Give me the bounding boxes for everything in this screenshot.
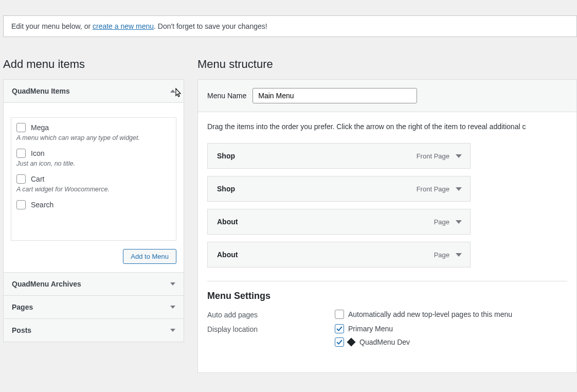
chevron-up-icon [170, 90, 175, 93]
notice-prefix: Edit your menu below, or [11, 22, 93, 30]
chevron-down-icon [170, 306, 175, 309]
add-items-heading: Add menu items [3, 58, 184, 71]
accordion: QuadMenu Items Mega A menu which can wra… [3, 79, 184, 342]
item-desc: Just an icon, no title. [16, 160, 171, 167]
menu-name-input[interactable] [253, 88, 417, 103]
structure-panel-body: Drag the items into the order you prefer… [198, 112, 576, 372]
item-desc: A menu which can wrap any type of widget… [16, 134, 171, 141]
menu-settings-heading: Menu Settings [207, 291, 567, 301]
add-items-column: Add menu items QuadMenu Items Mega A [3, 58, 184, 373]
panel-quadmenu-archives-header[interactable]: QuadMenu Archives [4, 273, 184, 295]
create-menu-link[interactable]: create a new menu [93, 22, 154, 30]
panel-title: Pages [12, 303, 33, 311]
panel-title: QuadMenu Archives [12, 280, 81, 288]
structure-panel: Menu Name Drag the items into the order … [197, 79, 577, 373]
checkbox-icon[interactable] [16, 149, 26, 158]
menu-item-label: About [217, 251, 238, 259]
menu-name-label: Menu Name [207, 92, 246, 100]
menu-item-label: Shop [217, 152, 235, 160]
primary-menu-label: Primary Menu [348, 325, 393, 333]
item-label: Icon [31, 149, 44, 157]
menu-item-label: Shop [217, 185, 235, 193]
item-label: Search [31, 201, 53, 209]
setting-auto-add: Auto add pages Automatically add new top… [207, 310, 567, 319]
checkbox-mega[interactable] [16, 123, 26, 132]
menu-item[interactable]: Shop Front Page [207, 176, 471, 202]
item-label: Mega [31, 123, 49, 132]
panel-quadmenu-archives: QuadMenu Archives [4, 273, 184, 296]
checkbox-cart[interactable] [16, 174, 26, 184]
item-label: Cart [31, 175, 44, 183]
checkbox-auto-add[interactable] [335, 310, 344, 319]
notice-suffix: . Don't forget to save your changes! [154, 22, 267, 30]
panel-title: Posts [12, 326, 31, 334]
menu-item-label: About [217, 218, 238, 226]
menu-item-type: Page [434, 218, 449, 226]
menu-item[interactable]: About Page [207, 209, 471, 235]
chevron-down-icon[interactable] [456, 187, 462, 191]
menu-item-type: Front Page [417, 152, 449, 160]
panel-quadmenu-items-body: Mega A menu which can wrap any type of w… [4, 103, 184, 272]
quadmenu-icon [347, 338, 356, 347]
display-location-label: Display location [207, 324, 335, 347]
panel-pages: Pages [4, 296, 184, 319]
chevron-down-icon[interactable] [456, 154, 462, 158]
drag-hint: Drag the items into the order you prefer… [207, 122, 567, 131]
panel-quadmenu-items-header[interactable]: QuadMenu Items [4, 80, 184, 103]
checkbox-quadmenu-dev[interactable] [335, 337, 344, 347]
checkbox-search[interactable] [16, 200, 26, 209]
auto-add-label: Auto add pages [207, 310, 335, 319]
menu-structure-column: Menu structure Menu Name Drag the items … [197, 58, 577, 373]
quadmenu-dev-label: QuadMenu Dev [359, 338, 410, 346]
panel-posts-header[interactable]: Posts [4, 319, 184, 342]
panel-pages-header[interactable]: Pages [4, 296, 184, 318]
auto-add-option: Automatically add new top-level pages to… [348, 310, 512, 318]
chevron-down-icon [170, 282, 175, 286]
menu-structure-heading: Menu structure [197, 58, 577, 71]
check-icon [336, 326, 342, 332]
list-item: Search [16, 200, 171, 209]
panel-posts: Posts [4, 319, 184, 342]
chevron-down-icon[interactable] [456, 220, 462, 224]
checkbox-primary-menu[interactable] [335, 324, 344, 333]
panel-title: QuadMenu Items [12, 87, 70, 95]
item-desc: A cart widget for Woocommerce. [16, 186, 171, 193]
menu-item[interactable]: Shop Front Page [207, 143, 471, 169]
list-item: Cart A cart widget for Woocommerce. [16, 174, 171, 193]
divider [207, 281, 567, 281]
add-to-menu-button[interactable]: Add to Menu [123, 249, 176, 264]
menu-item-type: Page [434, 251, 449, 259]
edit-notice: Edit your menu below, or create a new me… [3, 15, 577, 37]
menu-item[interactable]: About Page [207, 242, 471, 268]
setting-display-location: Display location Primary Menu [207, 324, 567, 347]
check-icon [336, 339, 342, 345]
quadmenu-items-list[interactable]: Mega A menu which can wrap any type of w… [11, 117, 176, 241]
chevron-down-icon [170, 329, 175, 332]
chevron-down-icon[interactable] [456, 253, 462, 257]
list-item: Mega A menu which can wrap any type of w… [16, 123, 171, 141]
list-item: Icon Just an icon, no title. [16, 149, 171, 167]
panel-quadmenu-items: QuadMenu Items Mega A menu which can wra… [4, 80, 184, 273]
menu-item-type: Front Page [417, 185, 449, 193]
structure-panel-header: Menu Name [198, 80, 576, 112]
